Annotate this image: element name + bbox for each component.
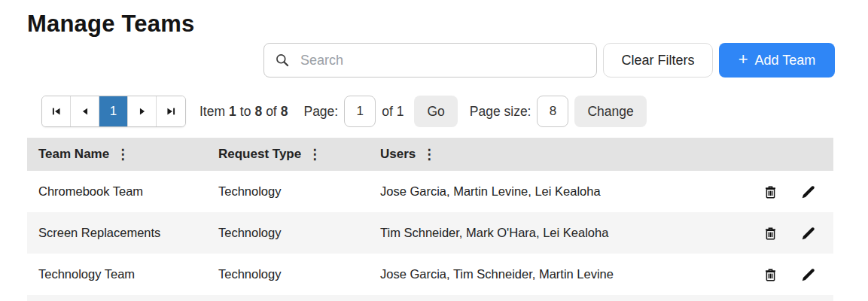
- table-row: Chromebook Team Technology Jose Garcia, …: [27, 171, 833, 212]
- column-label: Team Name: [38, 147, 109, 162]
- table-row-partial: [27, 295, 833, 301]
- prev-page-button[interactable]: [71, 96, 99, 126]
- team-name-cell: Technology Team: [27, 267, 218, 281]
- item-total: 8: [281, 104, 288, 120]
- column-header-request-type: Request Type ⋮: [218, 146, 380, 163]
- row-actions: [739, 225, 833, 242]
- next-page-button[interactable]: [128, 96, 157, 126]
- table-header-row: Team Name ⋮ Request Type ⋮ Users ⋮: [27, 138, 833, 171]
- last-page-icon: [166, 106, 176, 117]
- column-header-team-name: Team Name ⋮: [27, 146, 218, 163]
- prev-page-icon: [80, 106, 90, 117]
- row-actions: [739, 184, 833, 200]
- team-name-cell: Chromebook Team: [27, 184, 218, 199]
- column-menu-icon[interactable]: ⋮: [116, 146, 129, 163]
- page-size-label: Page size:: [470, 104, 531, 120]
- pager-buttons: 1: [41, 96, 186, 127]
- page-jump: Page: of 1 Go: [303, 96, 457, 127]
- column-header-users: Users ⋮: [380, 146, 739, 163]
- request-type-cell: Technology: [218, 267, 380, 281]
- search-icon: [275, 53, 290, 68]
- users-cell: Jose Garcia, Martin Levine, Lei Kealoha: [380, 184, 739, 199]
- toolbar: Clear Filters + Add Team: [263, 43, 835, 78]
- item-word: Item: [199, 104, 225, 120]
- plus-icon: +: [739, 51, 748, 68]
- delete-icon[interactable]: [763, 184, 778, 200]
- next-page-icon: [137, 106, 148, 117]
- last-page-button[interactable]: [157, 96, 185, 126]
- add-team-label: Add Team: [755, 53, 816, 68]
- edit-icon[interactable]: [800, 225, 817, 242]
- page-size-control: Page size: Change: [470, 96, 647, 127]
- column-label: Request Type: [218, 147, 301, 162]
- search-input[interactable]: [300, 53, 586, 68]
- page-of-text: of 1: [382, 104, 404, 120]
- pagination-bar: 1 Item 1 to 8 of 8 Page: of 1 Go Page si…: [41, 96, 647, 127]
- go-button[interactable]: Go: [414, 96, 457, 127]
- table-row: Screen Replacements Technology Tim Schne…: [27, 212, 833, 254]
- page-size-input[interactable]: [537, 96, 568, 127]
- page-number-button[interactable]: 1: [99, 96, 128, 126]
- clear-filters-button[interactable]: Clear Filters: [603, 43, 713, 78]
- page-title: Manage Teams: [27, 11, 194, 38]
- add-team-button[interactable]: + Add Team: [719, 43, 835, 78]
- request-type-cell: Technology: [218, 226, 380, 240]
- to-word: to: [240, 104, 251, 120]
- edit-icon[interactable]: [800, 184, 817, 200]
- users-cell: Jose Garcia, Tim Schneider, Martin Levin…: [380, 267, 739, 281]
- team-name-cell: Screen Replacements: [27, 226, 218, 240]
- of-word: of: [266, 104, 277, 120]
- item-from: 1: [229, 104, 236, 120]
- row-actions: [739, 266, 833, 283]
- page-number-input[interactable]: [344, 96, 376, 127]
- search-box[interactable]: [263, 43, 597, 78]
- column-label: Users: [380, 147, 416, 162]
- first-page-icon: [51, 106, 62, 117]
- table-row: Technology Team Technology Jose Garcia, …: [27, 254, 833, 295]
- users-cell: Tim Schneider, Mark O'Hara, Lei Kealoha: [380, 226, 739, 240]
- column-menu-icon[interactable]: ⋮: [308, 146, 321, 163]
- change-button[interactable]: Change: [574, 96, 646, 127]
- first-page-button[interactable]: [42, 96, 71, 126]
- edit-icon[interactable]: [800, 266, 817, 283]
- delete-icon[interactable]: [763, 225, 778, 242]
- pagination-summary: Item 1 to 8 of 8: [199, 104, 291, 120]
- delete-icon[interactable]: [763, 266, 778, 283]
- page-label: Page:: [303, 104, 338, 120]
- column-menu-icon[interactable]: ⋮: [422, 146, 436, 163]
- request-type-cell: Technology: [218, 184, 380, 199]
- item-to: 8: [254, 104, 262, 120]
- teams-table: Team Name ⋮ Request Type ⋮ Users ⋮ Chrom…: [27, 138, 833, 295]
